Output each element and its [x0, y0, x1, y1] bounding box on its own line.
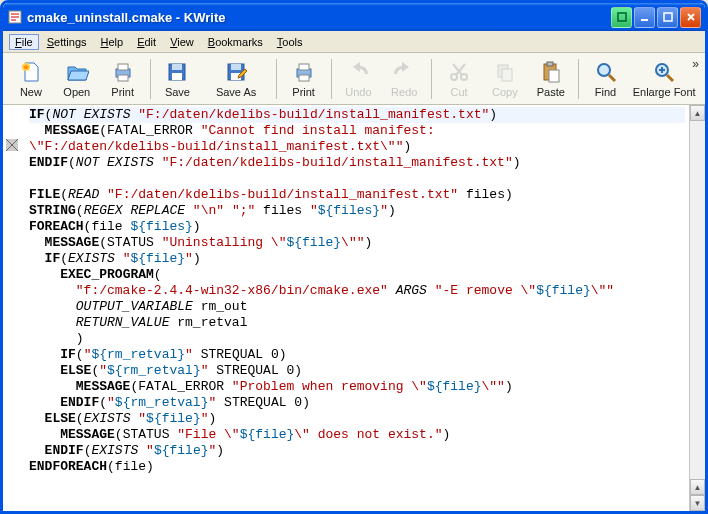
minimize-button[interactable]: [634, 7, 655, 28]
enlarge-font-button[interactable]: Enlarge Font: [629, 55, 698, 103]
scroll-down-button[interactable]: ▼: [690, 495, 705, 511]
svg-rect-6: [118, 64, 128, 70]
menu-tools[interactable]: Tools: [271, 34, 309, 50]
titlebar[interactable]: cmake_uninstall.cmake - KWrite: [3, 3, 705, 31]
svg-rect-23: [549, 70, 559, 82]
app-icon: [7, 9, 23, 25]
open-folder-icon: [65, 60, 89, 84]
menu-file[interactable]: File: [9, 34, 39, 50]
new-file-icon: [19, 60, 43, 84]
copy-icon: [493, 60, 517, 84]
paste-icon: [539, 60, 563, 84]
save-as-icon: [224, 60, 248, 84]
maximize-button[interactable]: [657, 7, 678, 28]
svg-rect-22: [547, 62, 553, 66]
minimize-icon: [639, 11, 651, 23]
window-controls: [611, 7, 701, 28]
close-button[interactable]: [680, 7, 701, 28]
app-window: cmake_uninstall.cmake - KWrite File Sett…: [0, 0, 708, 514]
paste-button[interactable]: Paste: [529, 55, 573, 103]
menubar: File Settings Help Edit View Bookmarks T…: [3, 31, 705, 53]
print-icon: [111, 60, 135, 84]
redo-button: Redo: [382, 55, 426, 103]
toolbar-separator: [578, 59, 579, 99]
menu-view[interactable]: View: [164, 34, 200, 50]
toolbar-separator: [431, 59, 432, 99]
app-button[interactable]: [611, 7, 632, 28]
menu-settings[interactable]: Settings: [41, 34, 93, 50]
save-as-button[interactable]: Save As: [201, 55, 270, 103]
toolbar-separator: [150, 59, 151, 99]
svg-rect-9: [172, 64, 182, 70]
toolbar-separator: [276, 59, 277, 99]
undo-icon: [346, 60, 370, 84]
toolbar-separator: [331, 59, 332, 99]
window-title: cmake_uninstall.cmake - KWrite: [27, 10, 611, 25]
copy-button: Copy: [483, 55, 527, 103]
marker-icon: [5, 138, 19, 152]
svg-rect-2: [641, 19, 648, 21]
maximize-icon: [662, 11, 674, 23]
editor-area: IF(NOT EXISTS "F:/daten/kdelibs-build/in…: [3, 105, 705, 511]
scroll-up-button-2[interactable]: ▲: [690, 479, 705, 495]
svg-rect-12: [231, 64, 241, 70]
cut-icon: [447, 60, 471, 84]
print-button-2[interactable]: Print: [282, 55, 326, 103]
menu-edit[interactable]: Edit: [131, 34, 162, 50]
code-editor[interactable]: IF(NOT EXISTS "F:/daten/kdelibs-build/in…: [25, 105, 689, 511]
svg-point-24: [598, 64, 610, 76]
zoom-in-icon: [652, 60, 676, 84]
save-button[interactable]: Save: [155, 55, 199, 103]
find-icon: [594, 60, 618, 84]
svg-rect-16: [299, 75, 309, 81]
svg-rect-10: [172, 73, 182, 80]
undo-button: Undo: [336, 55, 380, 103]
find-button[interactable]: Find: [584, 55, 628, 103]
svg-rect-1: [618, 13, 626, 21]
redo-icon: [392, 60, 416, 84]
scroll-up-button[interactable]: ▲: [690, 105, 705, 121]
menu-help[interactable]: Help: [95, 34, 130, 50]
app-glyph-icon: [616, 11, 628, 23]
close-icon: [685, 11, 697, 23]
save-icon: [165, 60, 189, 84]
print-icon: [292, 60, 316, 84]
gutter[interactable]: [3, 105, 25, 511]
print-button[interactable]: Print: [101, 55, 145, 103]
toolbar: New Open Print Save Save As Print Undo R…: [3, 53, 705, 105]
vertical-scrollbar[interactable]: ▲ ▲ ▼: [689, 105, 705, 511]
menu-bookmarks[interactable]: Bookmarks: [202, 34, 269, 50]
svg-rect-3: [664, 13, 672, 21]
scroll-track[interactable]: [690, 121, 705, 479]
open-button[interactable]: Open: [55, 55, 99, 103]
cut-button: Cut: [437, 55, 481, 103]
new-button[interactable]: New: [9, 55, 53, 103]
svg-rect-15: [299, 64, 309, 70]
svg-rect-20: [502, 69, 512, 81]
svg-rect-7: [118, 75, 128, 81]
